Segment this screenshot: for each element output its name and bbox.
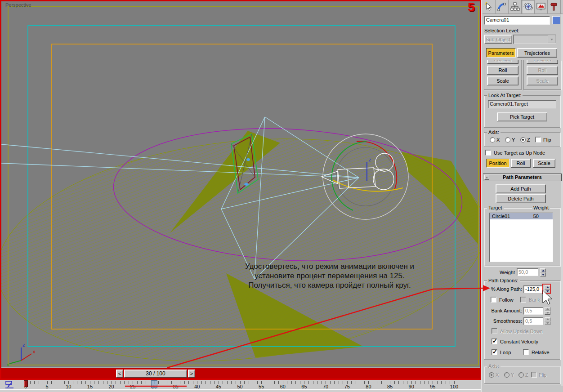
- use-target-up-checkbox[interactable]: [485, 150, 491, 156]
- mini-curve-editor-icon[interactable]: [4, 381, 17, 389]
- scale-button-left[interactable]: Scale: [487, 76, 518, 85]
- time-slider-track[interactable]: < 30 / 100 >: [1, 367, 480, 379]
- step-number-badge: 5: [468, 0, 475, 14]
- tick-label: 65: [301, 384, 307, 389]
- loop-checkbox[interactable]: [492, 349, 497, 355]
- roll-mode-button[interactable]: Roll: [511, 159, 531, 168]
- list-item[interactable]: Circle0150: [490, 213, 553, 219]
- collapse-icon[interactable]: -: [484, 175, 489, 180]
- position-mode-button[interactable]: Position: [486, 159, 509, 168]
- tab-modify[interactable]: [496, 0, 509, 13]
- follow-checkbox[interactable]: [491, 297, 496, 303]
- sub-object-button[interactable]: Sub-Object: [484, 35, 512, 44]
- relative-checkbox[interactable]: [523, 349, 529, 355]
- flip-checkbox[interactable]: [535, 137, 541, 143]
- command-panel-tabs: [483, 0, 563, 14]
- tick-label: 80: [366, 384, 371, 389]
- path-options-group: Path Options: % Along Path: -125,0 Follo…: [484, 281, 560, 360]
- time-slider[interactable]: 30 / 100: [124, 370, 187, 378]
- along-path-spinner[interactable]: [545, 285, 550, 293]
- flip-label: Flip: [543, 137, 551, 143]
- annotation-note: Удостовертесь, что режим анимации включе…: [226, 262, 433, 290]
- roll-button-right[interactable]: Roll: [527, 66, 558, 75]
- object-name-field[interactable]: Camera01: [484, 16, 550, 25]
- object-color-swatch[interactable]: [552, 16, 560, 24]
- track-ruler[interactable]: 0510152025303540455055606570758085909510…: [0, 380, 481, 389]
- look-at-target-field[interactable]: Camera01.Target: [488, 100, 556, 108]
- axis-bottom-y-radio[interactable]: [504, 372, 509, 378]
- position-button-clipped[interactable]: Position: [487, 60, 518, 64]
- sub-object-dropdown[interactable]: [513, 35, 556, 44]
- axis-bottom-z-radio[interactable]: [518, 372, 524, 378]
- add-path-button[interactable]: Add Path: [496, 184, 546, 193]
- tick-label: 35: [173, 384, 178, 389]
- previous-frame-button[interactable]: <: [116, 370, 123, 378]
- axis-y-radio[interactable]: [505, 137, 510, 143]
- along-path-field[interactable]: -125,0: [523, 285, 543, 293]
- scale-mode-button[interactable]: Scale: [533, 159, 555, 168]
- along-path-label: % Along Path:: [484, 286, 522, 292]
- axis-group: Axis: X Y Z Flip: [484, 132, 560, 147]
- axis-x-radio[interactable]: [490, 137, 495, 143]
- tick-label: 100: [450, 384, 458, 389]
- scale-button-right[interactable]: Scale: [527, 76, 558, 85]
- smoothness-spinner[interactable]: [545, 317, 550, 325]
- loop-label: Loop: [500, 350, 511, 355]
- tick-label: 75: [344, 384, 350, 389]
- axis-y-label: Y: [512, 137, 515, 143]
- path-parameters-title: Path Parameters: [503, 174, 542, 180]
- target-column-label: Target: [487, 205, 504, 210]
- smoothness-field[interactable]: 0,5: [523, 317, 543, 325]
- axis-bottom-flip-checkbox[interactable]: [531, 372, 537, 378]
- tab-motion[interactable]: [522, 0, 535, 13]
- weight-label: Weight: [500, 270, 515, 275]
- axis-z-radio[interactable]: [520, 137, 526, 143]
- tab-hierarchy[interactable]: [509, 0, 522, 13]
- prs-right-group: Position Roll Scale: [523, 60, 561, 90]
- path-target-list[interactable]: Circle0150: [489, 213, 553, 262]
- allow-upside-down-checkbox[interactable]: [492, 328, 497, 334]
- viewport-frame: Perspective: [0, 0, 481, 380]
- viewport-label[interactable]: Perspective: [5, 2, 31, 8]
- perspective-viewport[interactable]: Perspective: [1, 1, 480, 366]
- axis-tripod: z x y: [7, 342, 36, 366]
- weight-field[interactable]: 50,0: [517, 268, 538, 276]
- tick-label: 45: [216, 384, 221, 389]
- axis-x-label: X: [496, 137, 500, 143]
- parameters-tab-button[interactable]: Parameters: [486, 48, 516, 58]
- constant-velocity-checkbox[interactable]: [492, 339, 497, 344]
- pick-target-button[interactable]: Pick Target: [497, 112, 547, 121]
- axis-title: Axis:: [487, 129, 500, 135]
- roll-button-left[interactable]: Roll: [487, 66, 518, 75]
- tick-label: 60: [280, 384, 286, 389]
- tick-label: 25: [130, 384, 135, 389]
- tab-create[interactable]: [483, 0, 496, 13]
- current-frame-marker[interactable]: [151, 380, 157, 388]
- selection-level-label: Selection Level:: [484, 28, 519, 33]
- svg-text:x: x: [33, 349, 36, 354]
- delete-path-button[interactable]: Delete Path: [496, 194, 546, 203]
- bank-amount-label: Bank Amount:: [484, 308, 522, 313]
- path-parameters-rollout[interactable]: - Path Parameters: [483, 174, 562, 181]
- tick-label: 50: [237, 384, 242, 389]
- bank-label: Bank: [529, 297, 540, 303]
- scene-wireframe: z z x y: [1, 1, 480, 366]
- bank-amount-spinner[interactable]: [545, 307, 550, 315]
- axis-z-label: Z: [527, 137, 530, 143]
- tick-label: 70: [323, 384, 328, 389]
- next-frame-button[interactable]: >: [188, 370, 195, 378]
- tick-label: 40: [194, 384, 200, 389]
- bank-checkbox[interactable]: [520, 297, 526, 303]
- keyframe-marker[interactable]: [24, 380, 28, 387]
- smoothness-label: Smoothness:: [484, 318, 522, 324]
- position-button-clipped-right[interactable]: Position: [527, 60, 558, 64]
- look-at-target-title: Look At Target:: [487, 93, 523, 98]
- tab-utilities[interactable]: [548, 0, 561, 13]
- trajectories-tab-button[interactable]: Trajectories: [517, 48, 557, 58]
- weight-spinner[interactable]: [540, 268, 546, 276]
- tab-display[interactable]: [535, 0, 548, 13]
- bank-amount-field[interactable]: 0,5: [523, 307, 543, 315]
- axis-bottom-x-radio[interactable]: [489, 372, 494, 378]
- tick-label: 90: [409, 384, 414, 389]
- tick-label: 95: [430, 384, 435, 389]
